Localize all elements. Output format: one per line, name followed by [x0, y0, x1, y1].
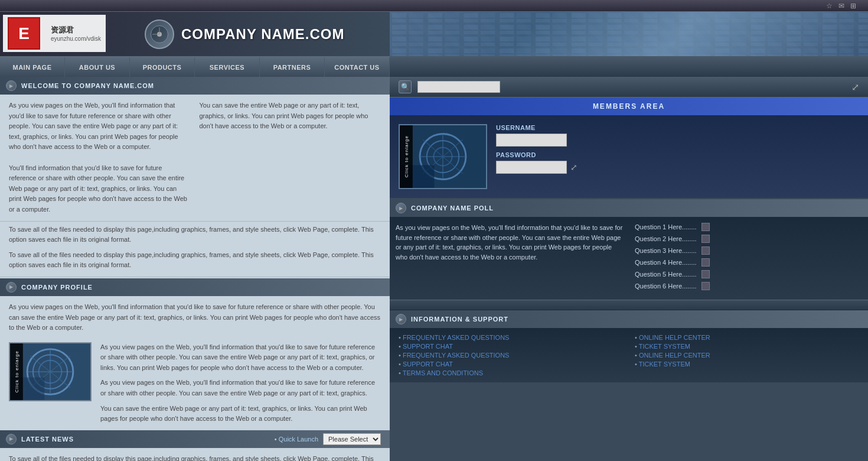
poll-q6-checkbox[interactable]	[701, 282, 710, 290]
profile-intro: As you view pages on the Web, you'll fin…	[0, 296, 390, 339]
welcome-p1: As you view pages on the Web, you'll fin…	[9, 100, 191, 152]
password-input[interactable]	[496, 161, 567, 174]
welcome-title: WELCOME TO COMPANY NAME.COM	[21, 82, 154, 89]
welcome-body2: To save all of the files needed to displ…	[0, 222, 390, 277]
poll-q4-checkbox[interactable]	[701, 258, 710, 267]
password-label: PASSWORD	[496, 151, 859, 158]
search-button[interactable]: 🔍	[399, 80, 412, 93]
poll-q4: Question 4 Here........	[635, 258, 862, 267]
info-link-row1-col2: • ONLINE HELP CENTER	[635, 334, 859, 341]
username-input[interactable]	[496, 134, 567, 147]
site-logo-icon	[145, 20, 174, 49]
mail-icon[interactable]: ✉	[838, 2, 844, 10]
welcome-col1: As you view pages on the Web, you'll fin…	[9, 100, 191, 215]
members-body: Click to enlarge USERNAME PASSWORD ⤢	[390, 115, 868, 198]
expand-icon[interactable]: ⤢	[851, 82, 859, 93]
poll-q6-text: Question 6 Here........	[635, 283, 697, 290]
header-banner	[390, 12, 868, 56]
members-img-text: Click to enlarge	[404, 135, 409, 177]
poll-q3: Question 3 Here........	[635, 246, 862, 255]
info-link-row3-col1: • FREQUENTLY ASKED QUESTIONS	[399, 352, 623, 359]
info-link-row5-col1: • TERMS AND CONDITIONS	[399, 369, 623, 376]
poll-q5-text: Question 5 Here........	[635, 271, 697, 278]
poll-q3-text: Question 3 Here........	[635, 247, 697, 254]
poll-q4-text: Question 4 Here........	[635, 259, 697, 266]
quick-launch: • Quick Launch Please Select Option 1 Op…	[275, 433, 381, 445]
info-link-help1[interactable]: ONLINE HELP CENTER	[639, 334, 710, 341]
poll-description: As you view pages on the Web, you'll fin…	[396, 223, 623, 294]
info-link-row4-col2: • TICKET SYSTEM	[635, 361, 859, 368]
info-title: INFORMATION & SUPPORT	[411, 316, 508, 323]
info-link-row4-col1: • SUPPORT CHAT	[399, 361, 623, 368]
news-title: LATEST NEWS	[21, 436, 74, 443]
info-links-grid: • FREQUENTLY ASKED QUESTIONS • ONLINE HE…	[399, 334, 859, 376]
profile-header: ▶ COMPANY PROFILE	[0, 278, 390, 296]
welcome-p2: You'll find information that you'd like …	[9, 163, 191, 215]
bookmark-icon[interactable]: ⊞	[850, 2, 856, 10]
home-icon[interactable]: ☆	[826, 2, 833, 10]
info-header: ▶ INFORMATION & SUPPORT	[390, 310, 868, 328]
members-thumbnail[interactable]: Click to enlarge	[399, 124, 487, 189]
news-content: To save all of the files needed to displ…	[0, 448, 390, 461]
poll-body: As you view pages on the Web, you'll fin…	[390, 217, 868, 300]
poll-q2: Question 2 Here........	[635, 235, 862, 243]
profile-thumbnail[interactable]: Click to enlarge	[9, 342, 92, 401]
nav-item-partners[interactable]: Partners	[260, 57, 325, 77]
welcome-body: As you view pages on the Web, you'll fin…	[0, 95, 390, 222]
info-link-ticket2[interactable]: TICKET SYSTEM	[639, 361, 690, 368]
nav-item-services[interactable]: Services	[195, 57, 260, 77]
welcome-col2: You can save the entire Web page or any …	[200, 100, 381, 215]
profile-text-block: As you view pages on the Web, you'll fin…	[100, 342, 381, 424]
info-support: ▶ INFORMATION & SUPPORT • FREQUENTLY ASK…	[390, 310, 868, 382]
quick-launch-select[interactable]: Please Select Option 1 Option 2	[323, 433, 381, 445]
info-play-icon: ▶	[396, 314, 406, 324]
info-link-faq2[interactable]: FREQUENTLY ASKED QUESTIONS	[403, 352, 510, 359]
members-area: MEMBERS AREA	[390, 98, 868, 198]
poll-title: COMPANY NAME POLL	[411, 204, 494, 212]
poll-q1: Question 1 Here........	[635, 223, 862, 231]
info-link-chat2[interactable]: SUPPORT CHAT	[403, 361, 453, 368]
info-link-terms[interactable]: TERMS AND CONDITIONS	[403, 369, 483, 376]
info-link-chat1[interactable]: SUPPORT CHAT	[403, 343, 453, 350]
poll-q3-checkbox[interactable]	[701, 246, 710, 255]
profile-text3: You can save the entire Web page or any …	[100, 404, 381, 424]
poll-q1-checkbox[interactable]	[701, 223, 710, 231]
info-link-help2[interactable]: ONLINE HELP CENTER	[639, 352, 710, 359]
profile-play-icon: ▶	[6, 282, 17, 293]
main-wrapper: ▶ WELCOME TO COMPANY NAME.COM As you vie…	[0, 77, 868, 461]
quick-launch-label: • Quick Launch	[275, 436, 318, 443]
nav-item-main[interactable]: Main Page	[0, 57, 65, 77]
password-expand-icon[interactable]: ⤢	[570, 163, 577, 172]
poll-section: ▶ COMPANY NAME POLL As you view pages on…	[390, 199, 868, 300]
poll-q5-checkbox[interactable]	[701, 270, 710, 278]
nav-wrapper: Main Page About Us Products Services Par…	[0, 56, 868, 77]
news-body-text: To save all of the files needed to displ…	[9, 454, 381, 461]
news-play-icon: ▶	[6, 434, 17, 444]
right-content: 🔍 ⤢ MEMBERS AREA	[390, 77, 868, 461]
poll-header: ▶ COMPANY NAME POLL	[390, 199, 868, 217]
members-title: MEMBERS AREA	[593, 102, 665, 111]
svg-rect-4	[390, 12, 868, 56]
site-name: COMPANY NAME.COM	[181, 26, 344, 43]
nav-right-space	[390, 56, 868, 77]
info-link-faq1[interactable]: FREQUENTLY ASKED QUESTIONS	[403, 334, 510, 341]
header: E 资源君 eyunzhu.com/vdisk COMPANY NAME.COM	[0, 12, 868, 56]
nav-item-products[interactable]: Products	[130, 57, 195, 77]
profile-text1: As you view pages on the Web, you'll fin…	[100, 342, 381, 374]
search-input[interactable]	[417, 81, 500, 93]
members-header: MEMBERS AREA	[390, 98, 868, 115]
profile-intro-text: As you view pages on the Web, you'll fin…	[9, 302, 381, 333]
main-nav: Main Page About Us Products Services Par…	[0, 56, 390, 77]
profile-title: COMPANY PROFILE	[21, 284, 93, 291]
info-link-ticket1[interactable]: TICKET SYSTEM	[639, 343, 690, 350]
nav-item-about[interactable]: About Us	[65, 57, 130, 77]
poll-q2-checkbox[interactable]	[701, 235, 710, 243]
username-label: USERNAME	[496, 124, 859, 131]
info-body: • FREQUENTLY ASKED QUESTIONS • ONLINE HE…	[390, 328, 868, 382]
members-img-overlay: Click to enlarge	[400, 125, 413, 188]
info-link-row2-col2: • TICKET SYSTEM	[635, 343, 859, 350]
info-link-row2-col1: • SUPPORT CHAT	[399, 343, 623, 350]
poll-play-icon: ▶	[396, 203, 406, 213]
nav-item-contact[interactable]: Contact Us	[325, 57, 390, 77]
poll-q5: Question 5 Here........	[635, 270, 862, 278]
